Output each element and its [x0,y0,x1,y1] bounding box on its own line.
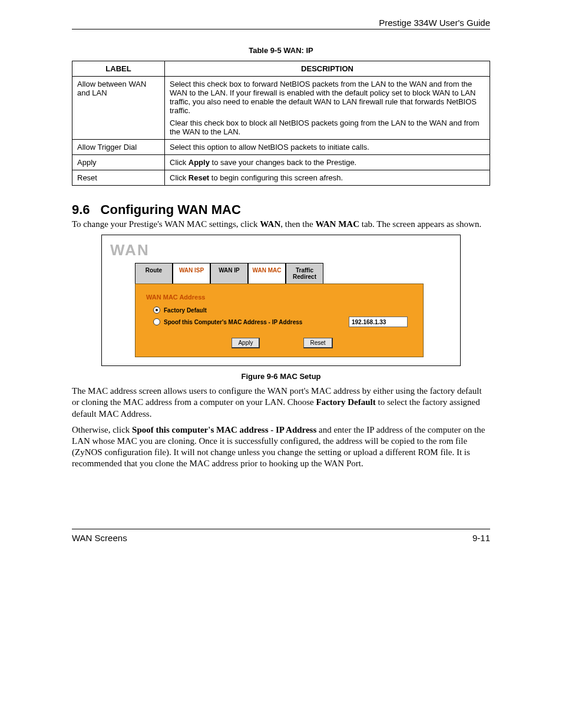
cell-desc-p1: Select this check box to forward NetBIOS… [170,80,485,115]
tab-wan-ip[interactable]: WAN IP [210,263,248,284]
wan-title: WAN [110,241,454,259]
table-row: Reset Click Reset to begin configuring t… [72,170,490,186]
wan-mac-panel: WAN MAC Address Factory Default Spoof th… [135,284,424,357]
cell-label: Reset [72,170,165,186]
table-row: Apply Click Apply to save your changes b… [72,155,490,170]
footer-right: 9-11 [472,533,490,543]
table-caption: Table 9-5 WAN: IP [72,46,490,55]
bold: Reset [189,173,209,182]
cell-label: Allow Trigger Dial [72,140,165,155]
radio-label: Factory Default [164,307,207,314]
paragraph-spoof-explain: Otherwise, click Spoof this computer's M… [72,424,490,470]
footer-rule [72,529,490,529]
bold: Factory Default [316,397,376,407]
radio-factory-default[interactable]: Factory Default [153,307,418,314]
figure-screenshot: WAN Route WAN ISP WAN IP WAN MAC Traffic… [101,235,461,366]
txt: Click [170,173,189,182]
cell-label: Apply [72,155,165,170]
section-title: Configuring WAN MAC [101,202,241,217]
radio-label: Spoof this Computer's MAC Address - IP A… [164,319,302,325]
bold: Spoof this computer's MAC address - IP A… [132,425,316,434]
section-number: 9.6 [72,202,90,218]
txt: to save your changes back to the Prestig… [210,158,356,167]
bold: WAN [260,219,280,229]
figure-caption: Figure 9-6 MAC Setup [72,372,490,381]
table-row: Allow Trigger Dial Select this option to… [72,140,490,155]
cell-desc-p2: Clear this check box to block all NetBIO… [170,118,485,136]
tab-wan-isp[interactable]: WAN ISP [173,263,210,284]
radio-spoof-mac[interactable]: Spoof this Computer's MAC Address - IP A… [153,317,418,327]
txt: To change your Prestige's WAN MAC settin… [72,219,260,229]
panel-section-title: WAN MAC Address [146,294,418,301]
cell-desc: Click Reset to begin configuring this sc… [165,170,490,186]
cell-desc: Select this option to allow NetBIOS pack… [165,140,490,155]
th-description: DESCRIPTION [165,61,490,77]
txt: Click [170,158,189,167]
cell-label: Allow between WAN and LAN [72,77,165,140]
tab-route[interactable]: Route [135,263,173,284]
header-guide: Prestige 334W User's Guide [72,18,490,29]
wan-ip-table: LABEL DESCRIPTION Allow between WAN and … [72,61,490,186]
cell-desc: Click Apply to save your changes back to… [165,155,490,170]
tab-wan-mac[interactable]: WAN MAC [248,263,286,284]
tab-traffic-redirect[interactable]: Traffic Redirect [286,263,323,284]
bold: WAN MAC [315,219,359,229]
radio-icon [153,307,160,314]
paragraph-mac-explain: The MAC address screen allows users to c… [72,386,490,420]
header-rule [72,29,490,29]
txt: to begin configuring this screen afresh. [209,173,343,182]
bold: Apply [189,158,210,167]
cell-desc: Select this check box to forward NetBIOS… [165,77,490,140]
ip-address-input[interactable]: 192.168.1.33 [349,317,408,327]
txt: tab. The screen appears as shown. [359,219,481,229]
txt: , then the [280,219,315,229]
table-row: Allow between WAN and LAN Select this ch… [72,77,490,140]
apply-button[interactable]: Apply [232,338,260,348]
reset-button[interactable]: Reset [303,338,332,348]
th-label: LABEL [72,61,165,77]
tab-row: Route WAN ISP WAN IP WAN MAC Traffic Red… [135,263,454,284]
txt: Otherwise, click [72,425,132,434]
footer-left: WAN Screens [72,533,127,543]
radio-icon [153,318,160,325]
section-heading: 9.6Configuring WAN MAC [72,202,490,218]
section-intro: To change your Prestige's WAN MAC settin… [72,219,490,230]
